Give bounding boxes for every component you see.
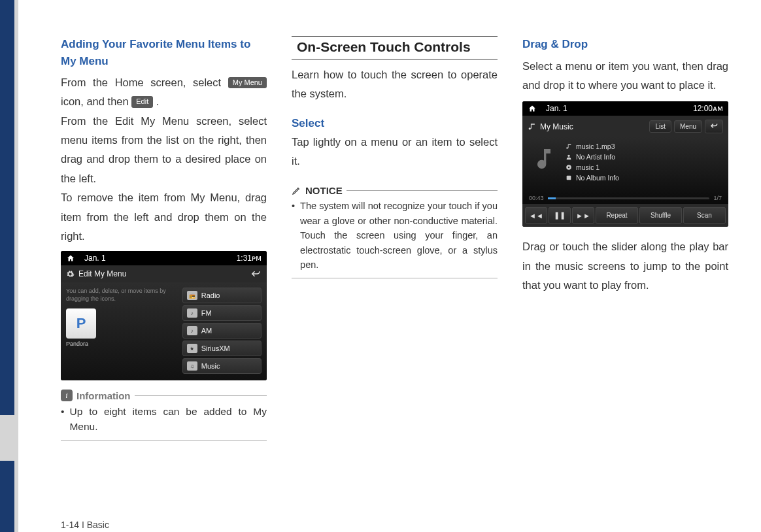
dragdrop-paragraph-2: Drag or touch the slider along the play …: [522, 237, 728, 295]
ss2-titlebar: My Music List Menu: [522, 116, 728, 137]
track-icon: [566, 143, 572, 150]
list-label: AM: [201, 327, 212, 335]
section-intro: Learn how to touch the screen to operate…: [292, 65, 498, 104]
p1-text-b: icon, and then: [61, 95, 131, 107]
ss2-time: 12:00ᴀᴍ: [693, 104, 723, 113]
pencil-icon: [292, 186, 301, 195]
track-name: music 1.mp3: [576, 142, 615, 150]
music-note-icon: [531, 144, 557, 174]
dragdrop-paragraph-1: Select a menu or item you want, then dra…: [522, 57, 728, 95]
track-counter: 1/7: [713, 195, 722, 201]
artist-name: No Artist Info: [576, 153, 615, 161]
ss2-statusbar: Jan. 1 12:00ᴀᴍ: [522, 101, 728, 116]
album-art-placeholder: [529, 142, 559, 175]
column-2: On-Screen Touch Controls Learn how to to…: [292, 36, 498, 532]
ss1-hint: You can add, delete, or move items by dr…: [66, 288, 177, 303]
information-block: i Information • Up to eight items can be…: [61, 390, 267, 441]
pause-button: ❚❚: [549, 207, 571, 224]
screenshot-my-music: Jan. 1 12:00ᴀᴍ My Music List Menu: [522, 101, 728, 227]
ss2-date: Jan. 1: [546, 104, 567, 113]
list-item-radio: 📻Radio: [182, 288, 262, 303]
notice-footer-divider: [292, 278, 498, 278]
paragraph-3: To remove the item from My Menu, drag it…: [61, 188, 267, 246]
home-icon: [66, 254, 75, 262]
my-menu-button-label: My Menu: [228, 77, 267, 88]
progress-row: 00:43 1/7: [529, 195, 722, 201]
ss1-date: Jan. 1: [84, 254, 106, 263]
info-bullet: • Up to eight items can be added to My M…: [61, 404, 267, 435]
heading-add-favorite: Adding Your Favorite Menu Items to My Me…: [61, 36, 267, 69]
next-button: ►►: [572, 207, 594, 224]
artist-icon: [566, 154, 572, 160]
radio-icon: 📻: [187, 291, 197, 300]
home-icon: [528, 105, 537, 112]
prev-button: ◄◄: [525, 207, 547, 224]
list-label: FM: [201, 309, 212, 317]
gear-icon: [66, 270, 75, 278]
svg-point-0: [567, 155, 569, 157]
info-header: i Information: [61, 390, 267, 401]
back-icon: [250, 269, 262, 278]
sirius-icon: ★: [187, 344, 197, 353]
bullet-dot: •: [61, 404, 64, 435]
page-content: Adding Your Favorite Menu Items to My Me…: [18, 0, 761, 532]
left-margin-sidebar: [0, 0, 18, 532]
music-icon: ♫: [187, 361, 197, 371]
album-name: No Album Info: [576, 174, 619, 182]
page-footer: 1-14 I Basic: [61, 520, 109, 530]
fm-icon: ♪: [187, 308, 197, 318]
notice-bullet: • The system will not recognize your tou…: [292, 199, 498, 272]
ss2-body: music 1.mp3 No Artist Info music 1 No Al…: [522, 137, 728, 204]
track-info: music 1.mp3 No Artist Info music 1 No Al…: [566, 142, 722, 193]
list-label: SiriusXM: [201, 344, 230, 352]
repeat-button: Repeat: [596, 207, 638, 224]
list-label: Music: [201, 362, 220, 370]
notice-header: NOTICE: [292, 185, 498, 196]
ss1-title: Edit My Menu: [78, 269, 126, 278]
column-3: Drag & Drop Select a menu or item you wa…: [522, 36, 728, 532]
ss1-time: 1:31ᴘᴍ: [237, 254, 262, 263]
list-item-fm: ♪FM: [182, 305, 262, 321]
info-badge-icon: i: [61, 390, 73, 401]
menu-button: Menu: [674, 120, 702, 133]
list-item-siriusxm: ★SiriusXM: [182, 341, 262, 356]
column-1: Adding Your Favorite Menu Items to My Me…: [61, 36, 267, 532]
heading-select: Select: [292, 117, 498, 130]
playback-controls: ◄◄ ❚❚ ►► Repeat Shuffle Scan: [522, 204, 728, 227]
section-on-screen-touch: On-Screen Touch Controls: [292, 36, 498, 59]
svg-point-2: [568, 167, 570, 169]
pandora-app-label: Pandora: [66, 341, 177, 347]
pandora-letter: P: [76, 315, 86, 332]
bullet-dot: •: [292, 199, 295, 272]
list-item-music: ♫Music: [182, 358, 262, 374]
album-icon: [566, 175, 572, 181]
time-elapsed: 00:43: [529, 195, 544, 201]
heading-drag-drop: Drag & Drop: [522, 36, 728, 53]
back-button: [705, 120, 723, 133]
ss1-body: You can add, delete, or move items by dr…: [61, 282, 267, 380]
notice-bullet-text: The system will not recognize your touch…: [300, 199, 498, 272]
list-button: List: [649, 120, 671, 133]
paragraph-1: From the Home screen, select My Menu ico…: [61, 73, 267, 112]
svg-rect-3: [567, 176, 571, 180]
info-bullet-text: Up to eight items can be added to My Men…: [69, 404, 267, 435]
back-icon: [709, 122, 719, 129]
pandora-app-icon: P: [66, 308, 96, 339]
notice-label: NOTICE: [305, 185, 343, 196]
song-name: music 1: [576, 163, 600, 171]
sidebar-tab: [0, 415, 18, 461]
p1-text-c: .: [153, 95, 159, 107]
shuffle-button: Shuffle: [639, 207, 682, 224]
notice-divider: [347, 190, 498, 191]
paragraph-2: From the Edit My Menu screen, select men…: [61, 112, 267, 188]
song-icon: [566, 164, 572, 171]
am-icon: ♪: [187, 326, 197, 335]
info-divider: [135, 395, 267, 396]
list-item-am: ♪AM: [182, 323, 262, 339]
music-lib-icon: [528, 122, 536, 131]
ss1-statusbar: Jan. 1 1:31ᴘᴍ: [61, 251, 267, 265]
select-paragraph: Tap lightly on a menu or an item to sele…: [292, 133, 498, 171]
list-label: Radio: [201, 291, 220, 299]
p1-text-a: From the Home screen, select: [61, 76, 228, 88]
ss2-title: My Music: [540, 122, 573, 131]
